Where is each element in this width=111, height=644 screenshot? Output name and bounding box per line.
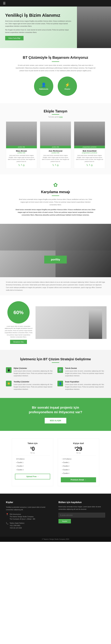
twitter-icon-1[interactable]: 𝕏 [18,164,20,166]
team-social-1: 𝕏 f ◎ [6,164,37,166]
strategy-text-3: Yenilikçi Çözümler Lorem ipsum dolor sit… [14,381,54,390]
team-badge-2: position title [40,146,71,148]
newsletter-subscribe-button[interactable]: Kaydol [58,519,71,524]
bt-card1-label: Hakkımızda [39,88,48,90]
pricing-divider-2 [61,456,96,456]
hero-text2: Nec feugiat nisl pretium fusce id. Justo… [5,29,72,34]
pricing-feature-2-2: • Özellik 1 [61,461,96,464]
hero-section: Yenilikçi İş Bizim Alanımız Amet luctus … [0,6,111,48]
facebook-icon-2[interactable]: f [55,164,56,166]
portfolio-img-3 [0,250,56,277]
hero-title: Yenilikçi İş Bizim Alanımız [5,12,72,18]
portfolio-img-2 [56,224,111,250]
footer-bottom-bar: © Tasarım: Design Studio Company 2024 [0,536,111,542]
newsletter-email-input[interactable] [58,513,105,518]
pricing-divider-1 [15,456,50,456]
pricing-feature-1-3: • Özellik 2 [15,464,50,468]
facebook-icon-1[interactable]: f [21,164,22,166]
team-card-3: programlama yöneticisi Bob Greenfield pr… [74,122,105,168]
instagram-icon-3[interactable]: ◎ [91,164,93,166]
pricing-premium-button[interactable]: Premium Almak → [61,477,96,482]
cta-title: Bir sonraki inşaat projeniz için profesy… [20,405,91,414]
strategy-item-4-text: Lorem ipsum dolor sit amet, consectetur … [65,384,105,390]
footer-contacts-col: Kişiler Yenilikçi iş çözümleri sunuyoruz… [6,501,53,529]
pricing-per-2: Her ay [61,452,96,454]
bt-card1[interactable]: 👤 Hakkımızda [34,76,53,96]
pricing-feature-1-1: 15 Kullanıcı [15,457,50,461]
hero-content: Yenilikçi İş Bizim Alanımız Amet luctus … [0,6,77,48]
team-desc-2: Quis amet luctus venenatis lectus magna … [40,154,71,162]
strategy-item-1-title: Dijital Çözümler [14,367,54,369]
strategy-icon-4: 👤 [57,381,63,386]
bt-card2-icon: ⚡ [65,82,70,87]
team-role-1: position title [6,152,37,154]
footer: Kişiler Yenilikçi iş çözümleri sunuyoruz… [0,494,111,536]
pricing-feature-2-1: • 15 Kullanıcı [61,457,96,461]
team-badge-1: position title [6,146,37,148]
pricing-features-2: • 15 Kullanıcı • Özellik 1 • Özellik 2 •… [61,457,96,475]
strategy-item-1-text: Lorem ipsum dolor sit amet, consectetur … [14,370,54,377]
sixty-section: 60% Lorem ipsum dolor sit amet, consecte… [0,295,111,350]
sixty-desc: Lorem ipsum dolor sit amet, consectetur … [4,325,33,338]
strategy-item-2-text: Lorem ipsum dolor sit amet, consectetur … [65,370,105,377]
facebook-icon-3[interactable]: f [89,164,90,166]
team-card-1: position title Mary Brown position title… [6,122,37,168]
team-card-2-image: position title [40,122,71,148]
team-subtitle-link[interactable]: linktir [59,116,63,118]
team-card-3-image: programlama yöneticisi [74,122,105,148]
strategy-item-3-text: Lorem ipsum dolor sit amet, consectetur … [14,384,54,390]
twitter-icon-3[interactable]: 𝕏 [86,164,88,166]
footer-phone: Telefon (Sabit Telefon) +911 2340 9901 +… [10,522,24,529]
pricing-card-2: Kişiye özel $29 Her ay • 15 Kullanıcı • … [58,438,99,486]
instagram-icon-1[interactable]: ◎ [23,164,25,166]
pricing-feature-2-4: • Özellik 3 [61,468,96,472]
hero-text: Amet luctus venenatis lectus magna fring… [5,20,72,28]
instagram-icon-2[interactable]: ◎ [57,164,59,166]
cta-banner: Bir sonraki inşaat projeniz için profesy… [0,398,111,431]
cta-contact-button[interactable]: BİZE ULAŞIN [45,418,66,424]
hero-cta-button[interactable]: Daha Fazla Bilgi [5,36,23,40]
strategy-title: İşletmeniz İçin BT Çözüm Stratejisi Geli… [6,357,105,361]
team-desc-3: Quis amet luctus venenatis lectus magna … [74,154,105,162]
footer-newsletter-col: Bülten için kaydolun Amet luctus venenat… [58,501,105,529]
team-subtitle: Tarlından görüle linktir [4,116,107,118]
team-card-1-image: position title [6,122,37,148]
hamburger-icon[interactable]: ☰ [3,2,6,5]
sixty-read-more-button[interactable]: Devamını Oku [10,340,27,344]
footer-col1-text: Yenilikçi iş çözümleri sunuyoruz. Lorem … [6,506,53,511]
bt-green-line [52,62,59,62]
strategy-item-4: 👤 İnsan Kaynakları Lorem ipsum dolor sit… [57,381,105,390]
bt-card2[interactable]: ⚡ Oluştur [58,76,77,96]
sixty-percent: 60% [13,310,23,315]
footer-col2-text: Amet luctus venenatis lectus magna. Lore… [58,506,105,510]
strategy-icon-3: ☀️ [6,381,11,386]
twitter-icon-2[interactable]: 𝕏 [52,164,54,166]
strategy-grid: 📱 Dijital Çözümler Lorem ipsum dolor sit… [6,367,105,390]
greeting-green-line [52,196,59,196]
team-name-1: Mary Brown [6,150,37,152]
pricing-upload-free-button[interactable]: Upload Free → [15,474,50,479]
pricing-price-2: $29 [61,446,96,452]
pricing-feature-1-4: • Özellik 3 [15,468,50,472]
strategy-text-1: Dijital Çözümler Lorem ipsum dolor sit a… [14,367,54,377]
greeting-text2: Amet luctus venenatis lectus magna fring… [15,208,96,216]
pricing-price-1: $0 [15,446,50,452]
portfolio-img-4 [56,250,111,277]
sixty-left: 60% Lorem ipsum dolor sit amet, consecte… [4,301,33,344]
strategy-item-3: ☀️ Yenilikçi Çözümler Lorem ipsum dolor … [6,381,54,390]
footer-col1-title: Kişiler [6,501,53,504]
address-icon: 📍 [6,513,8,516]
pricing-feature-1-2: • Özellik 1 [15,461,50,464]
pricing-per-1: Her ay [15,452,50,454]
pricing-section: Takım için $0 Her ay 15 Kullanıcı • Özel… [0,431,111,494]
portfolio-grid [0,224,111,277]
strategy-item-2-title: Teknik Destek [65,367,105,369]
team-name-2: Ann Richmond [40,150,71,152]
strategy-text-2: Teknik Destek Lorem ipsum dolor sit amet… [65,367,105,377]
team-role-2: position title [40,152,71,154]
bt-text: Ut enim ad minim veniam, quis nostrud. L… [14,64,97,72]
greeting-icon: ✿ [6,182,105,188]
strategy-item-1: 📱 Dijital Çözümler Lorem ipsum dolor sit… [6,367,54,377]
portfolio-text: Ut enim ad minim veniam, quis nostrud ex… [0,277,111,295]
team-badge-3: programlama yöneticisi [74,146,105,148]
